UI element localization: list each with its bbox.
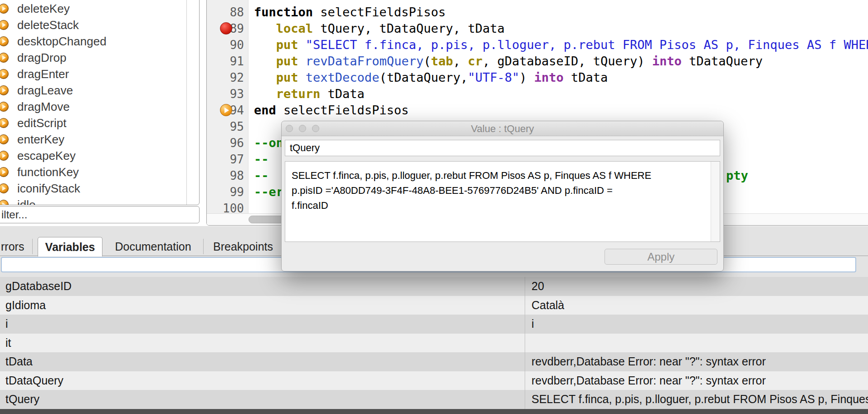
- variable-value: 20: [532, 277, 868, 296]
- minimize-icon[interactable]: [299, 125, 306, 132]
- variable-value: i: [532, 315, 868, 334]
- variable-row[interactable]: tDatarevdberr,Database Error: near "?": …: [0, 352, 868, 371]
- apply-button[interactable]: Apply: [605, 249, 717, 265]
- handler-label: dragDrop: [17, 51, 66, 64]
- code-line[interactable]: 91 put revDataFromQuery(tab, cr, gDataba…: [207, 53, 868, 69]
- handler-list-item[interactable]: dragEnter: [0, 66, 199, 82]
- variable-row[interactable]: gIdiomaCatalà: [0, 296, 868, 315]
- window-bottom-scrollbar[interactable]: [0, 409, 868, 414]
- handler-list-items: deleteKeydeleteStackdesktopChangeddragDr…: [0, 0, 199, 205]
- variable-row[interactable]: tQuerySELECT f.finca, p.pis, p.lloguer, …: [0, 390, 868, 409]
- code-text: function selectFieldsPisos: [254, 4, 446, 20]
- line-number[interactable]: 97: [207, 151, 245, 168]
- handler-list-item[interactable]: editScript: [0, 115, 199, 131]
- tab-errors[interactable]: rrors: [1, 237, 33, 256]
- handler-list-item[interactable]: dragLeave: [0, 82, 199, 99]
- code-text: put textDecode(tDataQuery,"UTF-8") into …: [254, 69, 608, 86]
- handler-list: deleteKeydeleteStackdesktopChangeddragDr…: [0, 0, 200, 205]
- value-dialog[interactable]: Value : tQuery tQuery SELECT f.finca, p.…: [281, 121, 724, 271]
- tab-documentation[interactable]: Documentation: [102, 237, 204, 256]
- value-line: f.fincaID: [292, 198, 708, 213]
- line-number[interactable]: 90: [207, 37, 245, 53]
- code-line[interactable]: 94end selectFieldsPisos: [207, 102, 868, 118]
- variable-name: gDatabaseID: [5, 277, 518, 296]
- variable-name: i: [5, 315, 518, 334]
- handler-filter-input[interactable]: ilter...: [0, 206, 200, 223]
- handler-list-item[interactable]: desktopChanged: [0, 33, 199, 49]
- script-debugger-window: deleteKeydeleteStackdesktopChangeddragDr…: [0, 0, 868, 414]
- code-text: --: [254, 168, 269, 184]
- handler-list-item[interactable]: iconifyStack: [0, 180, 199, 197]
- line-number[interactable]: 99: [207, 184, 245, 200]
- handler-label: idle: [17, 198, 35, 205]
- handler-list-item[interactable]: functionKey: [0, 164, 199, 180]
- code-text: --: [254, 151, 269, 168]
- line-number[interactable]: 93: [207, 86, 245, 102]
- handler-label: iconifyStack: [17, 182, 80, 195]
- variable-value-area[interactable]: SELECT f.finca, p.pis, p.lloguer, p.rebu…: [285, 161, 720, 242]
- line-number[interactable]: 92: [207, 69, 245, 86]
- line-number[interactable]: 96: [207, 135, 245, 151]
- handler-icon: [0, 20, 9, 30]
- value-area-scrollbar[interactable]: [711, 162, 720, 242]
- handler-label: dragEnter: [17, 67, 69, 81]
- code-text: end selectFieldsPisos: [254, 102, 409, 118]
- zoom-icon[interactable]: [312, 125, 319, 132]
- code-line[interactable]: 88function selectFieldsPisos: [207, 4, 868, 20]
- code-line[interactable]: 89 local tQuery, tDataQuery, tData: [207, 20, 868, 37]
- handler-list-item[interactable]: dragDrop: [0, 49, 199, 66]
- code-text: put revDataFromQuery(tab, cr, gDatabaseI…: [254, 53, 763, 69]
- handler-icon: [0, 183, 9, 193]
- line-number[interactable]: 88: [207, 4, 245, 20]
- handler-icon: [0, 53, 9, 63]
- variable-row[interactable]: gDatabaseID20: [0, 277, 868, 296]
- variable-value: revdberr,Database Error: near "?": synta…: [532, 352, 868, 371]
- value-line: SELECT f.finca, p.pis, p.lloguer, p.rebu…: [292, 168, 708, 183]
- handler-list-item[interactable]: idle: [0, 197, 199, 205]
- code-line[interactable]: 93 return tData: [207, 86, 868, 102]
- handler-icon: [0, 167, 9, 177]
- handler-icon: [0, 134, 9, 144]
- handler-label: enterKey: [17, 133, 64, 146]
- line-number[interactable]: 95: [207, 118, 245, 135]
- code-text: local tQuery, tDataQuery, tData: [254, 20, 505, 37]
- handler-icon: [0, 118, 9, 128]
- variables-column-divider[interactable]: [525, 277, 525, 409]
- handler-list-scrollbar[interactable]: [186, 0, 187, 205]
- close-icon[interactable]: [286, 125, 293, 132]
- breakpoint-icon[interactable]: [220, 22, 232, 34]
- variable-value: revdberr,Database Error: near "?": synta…: [532, 371, 868, 390]
- variable-name: it: [5, 334, 518, 353]
- handler-label: deleteKey: [17, 2, 70, 15]
- value-dialog-title: Value : tQuery: [282, 121, 723, 136]
- variable-row[interactable]: ii: [0, 315, 868, 334]
- handler-list-item[interactable]: dragMove: [0, 99, 199, 115]
- handler-list-item[interactable]: deleteKey: [0, 0, 199, 17]
- line-number[interactable]: 98: [207, 168, 245, 184]
- code-line[interactable]: 92 put textDecode(tDataQuery,"UTF-8") in…: [207, 69, 868, 86]
- handler-icon: [0, 4, 9, 14]
- value-text: SELECT f.finca, p.pis, p.lloguer, p.rebu…: [292, 168, 708, 213]
- handler-list-item[interactable]: enterKey: [0, 131, 199, 148]
- execution-pointer-icon[interactable]: [220, 104, 232, 116]
- handler-icon: [0, 200, 9, 205]
- handler-icon: [0, 151, 9, 161]
- handler-list-item[interactable]: deleteStack: [0, 17, 199, 33]
- variable-name: gIdioma: [5, 296, 518, 315]
- code-text: return tData: [254, 86, 365, 102]
- line-number[interactable]: 91: [207, 53, 245, 69]
- value-dialog-titlebar[interactable]: Value : tQuery: [282, 121, 723, 136]
- variable-row[interactable]: it: [0, 334, 868, 353]
- comment-fragment: pty: [726, 168, 748, 184]
- handler-icon: [0, 69, 9, 79]
- handler-label: functionKey: [17, 165, 79, 179]
- variable-name: tQuery: [5, 390, 518, 409]
- tab-variables[interactable]: Variables: [38, 237, 102, 256]
- variable-name: tDataQuery: [5, 371, 518, 390]
- code-line[interactable]: 90 put "SELECT f.finca, p.pis, p.lloguer…: [207, 37, 868, 53]
- variable-name-field[interactable]: tQuery: [285, 140, 720, 156]
- variable-row[interactable]: tDataQueryrevdberr,Database Error: near …: [0, 371, 868, 390]
- handler-list-item[interactable]: escapeKey: [0, 148, 199, 164]
- variable-name: tData: [5, 352, 518, 371]
- code-text: put "SELECT f.finca, p.pis, p.lloguer, p…: [254, 37, 868, 53]
